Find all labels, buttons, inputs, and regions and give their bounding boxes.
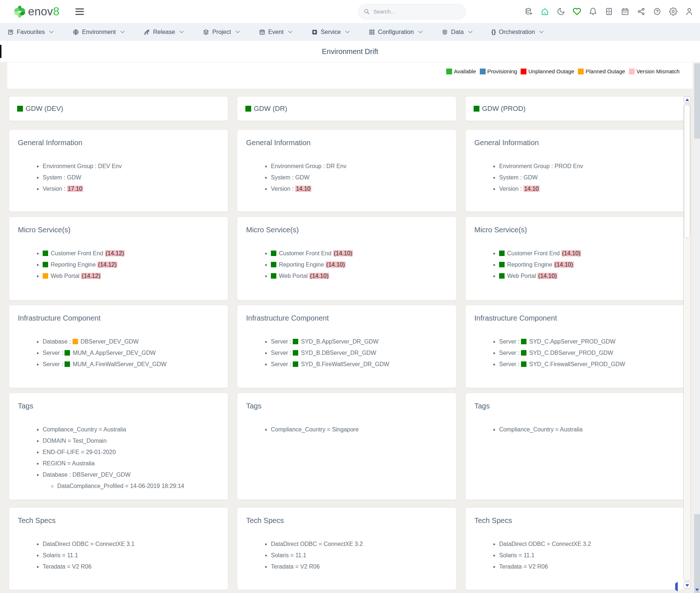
arrow-up-icon (685, 98, 689, 101)
nav-item-service[interactable]: Service (311, 28, 349, 35)
calendar-icon[interactable] (621, 7, 629, 16)
item-text: SYD_B.FireWallServer_DR_GDW (301, 361, 389, 367)
browser-scroll-down-button[interactable] (694, 586, 700, 593)
list-item: Reporting Engine (14.10) (499, 260, 678, 269)
card-title: Micro Service(s) (466, 217, 684, 234)
version-mismatch-highlight: 14.10 (295, 186, 311, 192)
column-header-card[interactable]: GDW (PROD) (466, 97, 684, 121)
nav-item-project[interactable]: Project (203, 28, 239, 35)
nav-item-release[interactable]: Release (144, 28, 183, 35)
cabinet-icon[interactable] (604, 7, 613, 16)
nav-label: Orchestration (499, 28, 535, 35)
nav-item-event[interactable]: Event (259, 28, 292, 35)
list-item: Server : SYD_B.FireWallServer_DR_GDW (271, 360, 450, 369)
item-text: DataDirect ODBC = ConnectXE 3.2 (271, 541, 363, 547)
nav-item-data[interactable]: Data (442, 28, 472, 35)
card-title: Infrastructure Component (237, 305, 456, 322)
nav-item-environment[interactable]: Environment (73, 28, 124, 35)
gear-icon[interactable] (669, 7, 677, 16)
scroll-up-button[interactable] (683, 96, 691, 103)
version-mismatch-highlight: (14.12) (81, 273, 101, 279)
item-text: Customer Front End (279, 250, 333, 256)
status-square (499, 262, 505, 267)
item-text: REGION = Australia (43, 460, 95, 466)
card-list: Server : SYD_B.AppServer_DR_GDWServer : … (237, 337, 456, 369)
status-square (521, 339, 526, 344)
enov8-logo[interactable]: enov8 (12, 4, 59, 19)
card-title: Tech Specs (9, 508, 228, 525)
card-list: Environment Group : DEV EnvSystem : GDWV… (9, 162, 228, 193)
item-text: Reporting Engine (507, 261, 554, 268)
item-text: SYD_B.AppServer_DR_GDW (301, 338, 378, 345)
card-list: Server : SYD_C.AppServer_PROD_GDWServer … (466, 337, 684, 369)
card-list: Compliance_Country = Singapore (237, 425, 456, 434)
list-item: Server : MUM_A.FireWallServer_DEV_GDW (43, 360, 221, 369)
card-general-information: General InformationEnvironment Group : P… (466, 130, 684, 212)
nav-label: Configuration (378, 28, 414, 35)
card-title: Micro Service(s) (237, 217, 456, 234)
list-item: Database : DBServer_DEV_GDW (43, 337, 221, 346)
status-square (521, 361, 526, 367)
card-title: General Information (237, 130, 456, 147)
list-item: Server : SYD_C.DBServer_PROD_GDW (499, 348, 678, 357)
item-text: System : GDW (271, 174, 310, 181)
legend-item-provisioning: Provisioning (480, 68, 517, 74)
hamburger-menu-icon[interactable] (75, 8, 84, 15)
nav-item-orchestration[interactable]: {} Orchestration (491, 28, 543, 35)
item-text: Customer Front End (507, 250, 561, 256)
database-add-icon[interactable] (524, 7, 533, 16)
column-header-card[interactable]: GDW (DEV) (9, 97, 228, 121)
list-item: Web Portal (14.12) (43, 271, 221, 280)
chevron-down-icon (120, 29, 124, 33)
card-list: Compliance_Country = Australia (466, 425, 684, 434)
card-list: Environment Group : DR EnvSystem : GDWVe… (237, 162, 456, 193)
column-title: GDW (DEV) (26, 105, 63, 113)
share-icon[interactable] (637, 7, 645, 16)
page-title: Environment Drift (322, 47, 378, 56)
browser-scrollbar-thumb[interactable] (694, 139, 700, 514)
scrollbar-thumb[interactable] (684, 105, 690, 238)
item-text: MUM_A.FireWallServer_DEV_GDW (73, 361, 166, 367)
bell-icon[interactable] (588, 7, 597, 16)
legend-label: Unplanned Outage (528, 68, 574, 74)
item-text: Compliance_Country = Australia (43, 426, 126, 433)
legend-square-unplanned-outage (521, 69, 526, 74)
item-text: System : GDW (43, 174, 81, 181)
item-text: Compliance_Country = Singapore (271, 426, 359, 433)
moon-icon[interactable] (556, 7, 565, 16)
column-header-card[interactable]: GDW (DR) (237, 97, 456, 121)
item-text: SYD_C.FirewallServer_PROD_GDW (529, 361, 625, 367)
chevron-down-icon (540, 29, 544, 33)
item-text: Server : (43, 361, 65, 367)
configuration-icon (369, 29, 375, 35)
item-text: Version : (499, 186, 524, 192)
list-item: DataDirect ODBC = ConnectXE 3.1 (43, 539, 221, 549)
home-icon[interactable] (540, 7, 549, 16)
environment-icon (73, 29, 79, 35)
legend-square-planned-outage (578, 69, 584, 74)
search-input[interactable] (373, 8, 460, 15)
heart-icon[interactable] (572, 7, 581, 16)
item-text: Web Portal (507, 273, 537, 279)
nav-item-favourites[interactable]: Favourites (7, 28, 53, 35)
list-item: Compliance_Country = Australia (43, 425, 221, 434)
nav-item-configuration[interactable]: Configuration (369, 28, 422, 35)
card-infrastructure-component: Infrastructure ComponentDatabase : DBSer… (9, 305, 228, 388)
scroll-left-arrow[interactable] (675, 584, 678, 590)
list-item: Version : 14.10 (499, 184, 678, 193)
status-square (73, 339, 78, 344)
card-micro-service-s: Micro Service(s)Customer Front End (14.1… (466, 217, 684, 300)
legend-label: Planned Outage (586, 68, 625, 74)
project-icon (203, 29, 209, 35)
help-icon[interactable] (653, 7, 661, 16)
item-text: Server : (271, 338, 293, 345)
item-text: DataDirect ODBC = ConnectXE 3.2 (499, 541, 591, 547)
scroll-down-button[interactable] (683, 582, 691, 589)
user-icon[interactable] (685, 7, 693, 16)
card-tags: TagsCompliance_Country = Singapore (237, 393, 456, 500)
legend-item-available: Available (446, 68, 476, 74)
status-square (521, 350, 526, 356)
list-item: Environment Group : PROD Env (499, 162, 678, 171)
card-list: Compliance_Country = AustraliaDOMAIN = T… (9, 425, 228, 491)
status-square (499, 273, 505, 279)
